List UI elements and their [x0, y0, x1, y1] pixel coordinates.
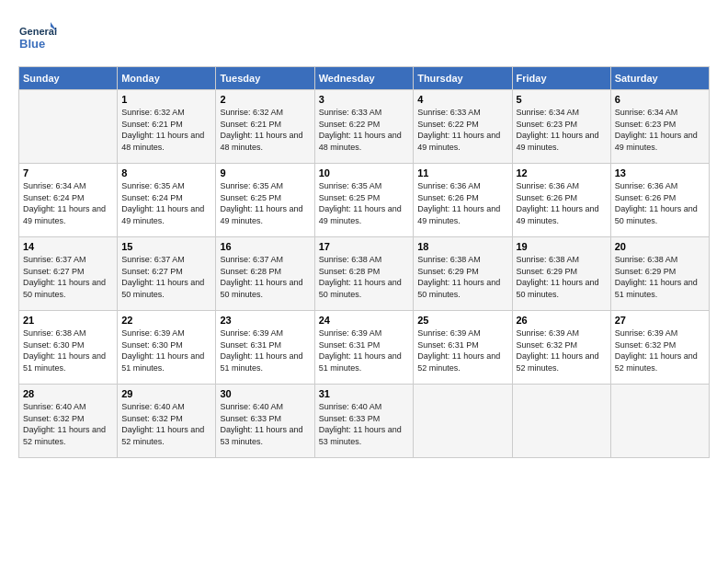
day-number: 11: [417, 167, 507, 178]
calendar-cell: 8Sunrise: 6:35 AM Sunset: 6:24 PM Daylig…: [118, 164, 216, 237]
week-row-4: 21Sunrise: 6:38 AM Sunset: 6:30 PM Dayli…: [19, 311, 710, 385]
day-number: 28: [23, 388, 113, 399]
calendar-cell: 1Sunrise: 6:32 AM Sunset: 6:21 PM Daylig…: [118, 90, 216, 164]
day-info: Sunrise: 6:33 AM Sunset: 6:22 PM Dayligh…: [417, 107, 507, 153]
calendar-cell: [512, 385, 610, 458]
day-number: 23: [220, 315, 310, 326]
day-number: 2: [220, 94, 310, 105]
day-info: Sunrise: 6:39 AM Sunset: 6:32 PM Dayligh…: [615, 327, 705, 373]
day-number: 5: [517, 94, 607, 105]
weekday-thursday: Thursday: [414, 67, 512, 90]
week-row-2: 7Sunrise: 6:34 AM Sunset: 6:24 PM Daylig…: [19, 164, 710, 237]
day-info: Sunrise: 6:39 AM Sunset: 6:31 PM Dayligh…: [417, 327, 507, 373]
calendar-cell: 25Sunrise: 6:39 AM Sunset: 6:31 PM Dayli…: [414, 311, 512, 385]
calendar-cell: 16Sunrise: 6:37 AM Sunset: 6:28 PM Dayli…: [216, 237, 314, 311]
day-info: Sunrise: 6:36 AM Sunset: 6:26 PM Dayligh…: [615, 180, 705, 226]
day-number: 17: [319, 241, 409, 252]
day-info: Sunrise: 6:34 AM Sunset: 6:23 PM Dayligh…: [517, 107, 607, 153]
day-number: 30: [220, 388, 310, 399]
calendar-cell: 31Sunrise: 6:40 AM Sunset: 6:33 PM Dayli…: [314, 385, 413, 458]
day-info: Sunrise: 6:35 AM Sunset: 6:25 PM Dayligh…: [220, 180, 310, 226]
day-number: 12: [517, 167, 607, 178]
day-number: 13: [615, 167, 705, 178]
weekday-header-row: SundayMondayTuesdayWednesdayThursdayFrid…: [19, 67, 710, 90]
day-number: 18: [417, 241, 507, 252]
day-info: Sunrise: 6:34 AM Sunset: 6:23 PM Dayligh…: [615, 107, 705, 153]
day-info: Sunrise: 6:37 AM Sunset: 6:27 PM Dayligh…: [121, 254, 211, 300]
calendar-cell: 9Sunrise: 6:35 AM Sunset: 6:25 PM Daylig…: [216, 164, 314, 237]
calendar-cell: 21Sunrise: 6:38 AM Sunset: 6:30 PM Dayli…: [19, 311, 118, 385]
day-info: Sunrise: 6:34 AM Sunset: 6:24 PM Dayligh…: [23, 180, 113, 226]
calendar-cell: 10Sunrise: 6:35 AM Sunset: 6:25 PM Dayli…: [314, 164, 413, 237]
day-number: 1: [121, 94, 211, 105]
day-info: Sunrise: 6:32 AM Sunset: 6:21 PM Dayligh…: [121, 107, 211, 153]
day-number: 20: [615, 241, 705, 252]
day-number: 3: [319, 94, 409, 105]
weekday-monday: Monday: [118, 67, 216, 90]
day-info: Sunrise: 6:40 AM Sunset: 6:32 PM Dayligh…: [23, 401, 113, 447]
day-info: Sunrise: 6:39 AM Sunset: 6:31 PM Dayligh…: [220, 327, 310, 373]
week-row-3: 14Sunrise: 6:37 AM Sunset: 6:27 PM Dayli…: [19, 237, 710, 311]
weekday-tuesday: Tuesday: [216, 67, 314, 90]
weekday-sunday: Sunday: [19, 67, 118, 90]
day-number: 21: [23, 315, 113, 326]
day-number: 6: [615, 94, 705, 105]
day-info: Sunrise: 6:32 AM Sunset: 6:21 PM Dayligh…: [220, 107, 310, 153]
day-number: 14: [23, 241, 113, 252]
day-number: 25: [417, 315, 507, 326]
weekday-wednesday: Wednesday: [314, 67, 413, 90]
calendar-body: 1Sunrise: 6:32 AM Sunset: 6:21 PM Daylig…: [19, 90, 710, 458]
day-number: 10: [319, 167, 409, 178]
svg-text:General: General: [19, 26, 57, 37]
logo: General Blue: [18, 18, 57, 57]
weekday-friday: Friday: [512, 67, 610, 90]
day-info: Sunrise: 6:39 AM Sunset: 6:31 PM Dayligh…: [319, 327, 409, 373]
week-row-5: 28Sunrise: 6:40 AM Sunset: 6:32 PM Dayli…: [19, 385, 710, 458]
day-number: 15: [121, 241, 211, 252]
week-row-1: 1Sunrise: 6:32 AM Sunset: 6:21 PM Daylig…: [19, 90, 710, 164]
calendar-cell: 24Sunrise: 6:39 AM Sunset: 6:31 PM Dayli…: [314, 311, 413, 385]
page-header: General Blue: [18, 18, 710, 57]
day-number: 4: [417, 94, 507, 105]
day-info: Sunrise: 6:33 AM Sunset: 6:22 PM Dayligh…: [319, 107, 409, 153]
day-info: Sunrise: 6:38 AM Sunset: 6:29 PM Dayligh…: [417, 254, 507, 300]
calendar-cell: [610, 385, 709, 458]
day-info: Sunrise: 6:39 AM Sunset: 6:30 PM Dayligh…: [121, 327, 211, 373]
calendar-cell: 6Sunrise: 6:34 AM Sunset: 6:23 PM Daylig…: [610, 90, 709, 164]
calendar-cell: 4Sunrise: 6:33 AM Sunset: 6:22 PM Daylig…: [414, 90, 512, 164]
day-info: Sunrise: 6:40 AM Sunset: 6:32 PM Dayligh…: [121, 401, 211, 447]
logo-svg: General Blue: [18, 18, 57, 57]
day-number: 31: [319, 388, 409, 399]
day-info: Sunrise: 6:37 AM Sunset: 6:27 PM Dayligh…: [23, 254, 113, 300]
calendar-cell: 12Sunrise: 6:36 AM Sunset: 6:26 PM Dayli…: [512, 164, 610, 237]
calendar-cell: 27Sunrise: 6:39 AM Sunset: 6:32 PM Dayli…: [610, 311, 709, 385]
day-info: Sunrise: 6:38 AM Sunset: 6:29 PM Dayligh…: [615, 254, 705, 300]
day-info: Sunrise: 6:38 AM Sunset: 6:30 PM Dayligh…: [23, 327, 113, 373]
day-info: Sunrise: 6:38 AM Sunset: 6:29 PM Dayligh…: [517, 254, 607, 300]
day-number: 22: [121, 315, 211, 326]
day-info: Sunrise: 6:40 AM Sunset: 6:33 PM Dayligh…: [220, 401, 310, 447]
day-number: 26: [517, 315, 607, 326]
day-number: 9: [220, 167, 310, 178]
calendar-cell: 30Sunrise: 6:40 AM Sunset: 6:33 PM Dayli…: [216, 385, 314, 458]
day-info: Sunrise: 6:38 AM Sunset: 6:28 PM Dayligh…: [319, 254, 409, 300]
calendar-cell: 13Sunrise: 6:36 AM Sunset: 6:26 PM Dayli…: [610, 164, 709, 237]
day-number: 29: [121, 388, 211, 399]
day-number: 27: [615, 315, 705, 326]
calendar-cell: [19, 90, 118, 164]
calendar-cell: 19Sunrise: 6:38 AM Sunset: 6:29 PM Dayli…: [512, 237, 610, 311]
calendar-cell: 5Sunrise: 6:34 AM Sunset: 6:23 PM Daylig…: [512, 90, 610, 164]
calendar-cell: 28Sunrise: 6:40 AM Sunset: 6:32 PM Dayli…: [19, 385, 118, 458]
day-info: Sunrise: 6:37 AM Sunset: 6:28 PM Dayligh…: [220, 254, 310, 300]
day-number: 24: [319, 315, 409, 326]
calendar-cell: 11Sunrise: 6:36 AM Sunset: 6:26 PM Dayli…: [414, 164, 512, 237]
calendar-cell: 17Sunrise: 6:38 AM Sunset: 6:28 PM Dayli…: [314, 237, 413, 311]
calendar-cell: 7Sunrise: 6:34 AM Sunset: 6:24 PM Daylig…: [19, 164, 118, 237]
day-info: Sunrise: 6:35 AM Sunset: 6:25 PM Dayligh…: [319, 180, 409, 226]
day-info: Sunrise: 6:36 AM Sunset: 6:26 PM Dayligh…: [417, 180, 507, 226]
calendar-cell: 29Sunrise: 6:40 AM Sunset: 6:32 PM Dayli…: [118, 385, 216, 458]
calendar-cell: 18Sunrise: 6:38 AM Sunset: 6:29 PM Dayli…: [414, 237, 512, 311]
calendar-table: SundayMondayTuesdayWednesdayThursdayFrid…: [18, 66, 710, 458]
day-number: 7: [23, 167, 113, 178]
day-info: Sunrise: 6:39 AM Sunset: 6:32 PM Dayligh…: [517, 327, 607, 373]
